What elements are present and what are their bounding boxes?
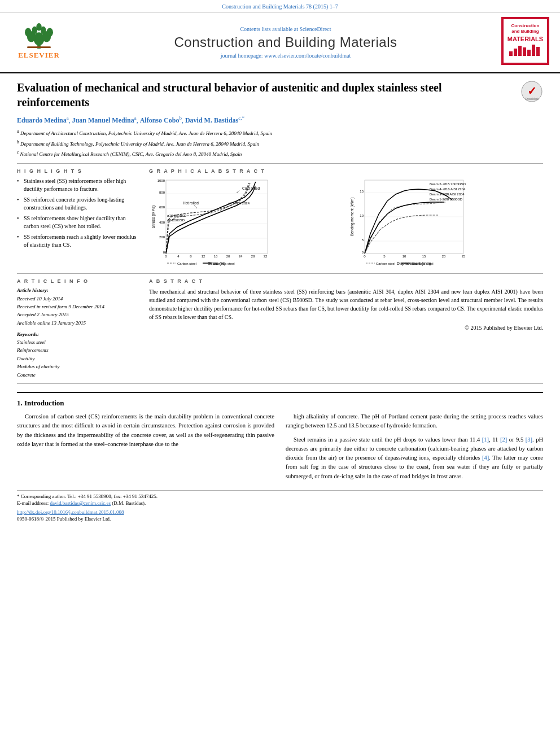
affil-3: c National Centre for Metallurgical Rese… bbox=[17, 149, 543, 159]
svg-text:16: 16 bbox=[214, 255, 218, 258]
svg-text:1000: 1000 bbox=[158, 179, 165, 182]
svg-rect-13 bbox=[523, 47, 526, 56]
email-address[interactable]: david.bastidas@cenim.csic.es bbox=[50, 500, 111, 506]
cbm-line1: Construction bbox=[508, 23, 543, 29]
elsevier-logo: ELSEVIER bbox=[11, 23, 67, 62]
article-content: Evaluation of mechanical and structural … bbox=[0, 73, 560, 528]
footnote-email-line: E-mail address: david.bastidas@cenim.csi… bbox=[17, 500, 543, 506]
svg-text:Beam 3-2Ø8 AISI 2304: Beam 3-2Ø8 AISI 2304 bbox=[430, 193, 465, 196]
svg-text:20: 20 bbox=[442, 255, 446, 258]
divider-1 bbox=[17, 163, 543, 164]
intro-heading: 1. Introduction bbox=[17, 399, 543, 408]
chart1-container: Stress (MPa) Strain (%) 0 200 400 600 80… bbox=[149, 177, 344, 269]
sciencedirect-link[interactable]: Contents lists available at ScienceDirec… bbox=[76, 26, 496, 32]
ref-4[interactable]: [4] bbox=[482, 455, 489, 461]
highlight-3: SS reinforcements show higher ductility … bbox=[17, 215, 141, 230]
svg-rect-12 bbox=[518, 46, 522, 56]
homepage-label: journal homepage: bbox=[221, 53, 263, 59]
highlight-1: Stainless steel (SS) reinforcements offe… bbox=[17, 177, 141, 193]
charts-row: Stress (MPa) Strain (%) 0 200 400 600 80… bbox=[149, 177, 543, 269]
journal-citation-bar: Construction and Building Materials 78 (… bbox=[0, 0, 560, 12]
keyword-1: Stainless steel bbox=[17, 338, 141, 346]
svg-text:24: 24 bbox=[239, 255, 243, 258]
ref-3[interactable]: [3] bbox=[526, 436, 532, 443]
svg-text:400: 400 bbox=[159, 221, 165, 224]
ref-1[interactable]: [1] bbox=[482, 436, 489, 443]
elsevier-brand-text: ELSEVIER bbox=[18, 51, 60, 60]
highlights-abstract-row: H I G H L I G H T S Stainless steel (SS)… bbox=[17, 168, 543, 269]
highlight-2: SS reinforced concrete provides long-las… bbox=[17, 196, 141, 212]
author-1: Eduardo Medina bbox=[17, 116, 67, 124]
abstract-col: A B S T R A C T The mechanical and struc… bbox=[149, 278, 543, 379]
affil-1: a Department of Architectural Constructi… bbox=[17, 128, 543, 138]
cbm-logo-chart bbox=[508, 43, 542, 57]
elsevier-tree-icon bbox=[22, 23, 56, 50]
homepage-url[interactable]: www.elsevier.com/locate/conbuildmat bbox=[264, 53, 351, 59]
cbm-logo-container: Construction and Building MATERIALS bbox=[501, 17, 552, 68]
svg-point-5 bbox=[46, 28, 53, 37]
svg-text:Hot rolled: Hot rolled bbox=[183, 201, 199, 205]
svg-text:10: 10 bbox=[403, 255, 406, 258]
svg-text:15: 15 bbox=[360, 190, 364, 193]
stress-strain-chart: Stress (MPa) Strain (%) 0 200 400 600 80… bbox=[149, 177, 273, 268]
affiliations: a Department of Architectural Constructi… bbox=[17, 128, 543, 159]
svg-text:Stainless steel: Stainless steel bbox=[412, 262, 434, 265]
cbm-logo-box: Construction and Building MATERIALS bbox=[501, 17, 549, 65]
doi-link[interactable]: http://dx.doi.org/10.1016/j.conbuildmat.… bbox=[17, 509, 543, 515]
doi-anchor[interactable]: http://dx.doi.org/10.1016/j.conbuildmat.… bbox=[17, 509, 124, 515]
intro-columns: Corrosion of carbon steel (CS) reinforce… bbox=[17, 412, 543, 486]
svg-text:0: 0 bbox=[362, 251, 364, 254]
svg-text:ø15 AISI 2324: ø15 AISI 2324 bbox=[228, 202, 250, 205]
keyword-3: Ductility bbox=[17, 355, 141, 362]
crossmark-svg: ✓ CrossMark bbox=[520, 80, 543, 103]
cbm-line3: MATERIALS bbox=[508, 35, 543, 43]
accepted-date: Accepted 2 January 2015 bbox=[17, 311, 141, 318]
svg-text:800: 800 bbox=[159, 191, 165, 194]
ref-2[interactable]: [2] bbox=[500, 436, 507, 443]
svg-text:Carbon steel: Carbon steel bbox=[177, 262, 196, 265]
keyword-5: Concrete bbox=[17, 371, 141, 379]
divider-3 bbox=[17, 383, 543, 384]
available-date: Available online 13 January 2015 bbox=[17, 319, 141, 327]
article-dates: Received 10 July 2014 Received in revise… bbox=[17, 295, 141, 327]
svg-text:200: 200 bbox=[159, 235, 165, 239]
journal-citation: Construction and Building Materials 78 (… bbox=[222, 3, 338, 10]
highlight-4: SS reinforcements reach a slightly lower… bbox=[17, 233, 141, 249]
svg-text:0: 0 bbox=[163, 251, 165, 254]
authors-line: Eduardo Medinaa, Juan Manuel Medinaa, Al… bbox=[17, 115, 543, 125]
svg-rect-11 bbox=[514, 49, 517, 56]
abstract-text: The mechanical and structural behavior o… bbox=[149, 287, 543, 321]
article-info-col: A R T I C L E I N F O Article history: R… bbox=[17, 278, 141, 379]
divider-2 bbox=[17, 273, 543, 274]
svg-text:4: 4 bbox=[177, 255, 180, 258]
graphical-abstract-heading: G R A P H I C A L A B S T R A C T bbox=[149, 168, 543, 174]
svg-text:0: 0 bbox=[165, 255, 167, 258]
svg-rect-10 bbox=[509, 51, 513, 56]
svg-text:Stress (MPa): Stress (MPa) bbox=[151, 205, 156, 228]
crossmark-icon[interactable]: ✓ CrossMark bbox=[520, 80, 543, 103]
svg-point-4 bbox=[25, 28, 32, 37]
bending-moment-chart: Bending moment (kNm) Displacement (mm) 0… bbox=[348, 177, 472, 268]
received-revised-date: Received in revised form 9 December 2014 bbox=[17, 303, 141, 311]
intro-left-col: Corrosion of carbon steel (CS) reinforce… bbox=[17, 412, 274, 486]
svg-text:ø16 B500SD: ø16 B500SD bbox=[167, 214, 187, 217]
cbm-logo-inner: Construction and Building MATERIALS bbox=[504, 19, 547, 63]
email-suffix: (D.M. Bastidas). bbox=[112, 500, 146, 506]
footnote-corresponding: * Corresponding author. Tel.: +34 91 553… bbox=[17, 493, 543, 499]
email-label: E-mail address: bbox=[17, 500, 49, 506]
svg-text:0: 0 bbox=[364, 255, 366, 258]
keyword-4: Modulus of elasticity bbox=[17, 362, 141, 370]
svg-text:12: 12 bbox=[202, 255, 205, 258]
svg-text:CrossMark: CrossMark bbox=[525, 97, 539, 101]
bottom-links: http://dx.doi.org/10.1016/j.conbuildmat.… bbox=[17, 509, 543, 522]
author-4: David M. Bastidas bbox=[185, 116, 238, 124]
journal-header: ELSEVIER Contents lists available at Sci… bbox=[0, 12, 560, 73]
article-info-heading: A R T I C L E I N F O bbox=[17, 278, 141, 284]
author-3: Alfonso Cobo bbox=[140, 116, 180, 124]
sciencedirect-label[interactable]: ScienceDirect bbox=[299, 26, 331, 32]
svg-text:Beam 4- Ø16 AISI 2304: Beam 4- Ø16 AISI 2304 bbox=[430, 187, 466, 191]
chart2-container: Bending moment (kNm) Displacement (mm) 0… bbox=[348, 177, 543, 269]
svg-point-8 bbox=[36, 23, 42, 30]
intro-para-1: Corrosion of carbon steel (CS) reinforce… bbox=[17, 412, 274, 449]
svg-text:✓: ✓ bbox=[527, 85, 537, 97]
